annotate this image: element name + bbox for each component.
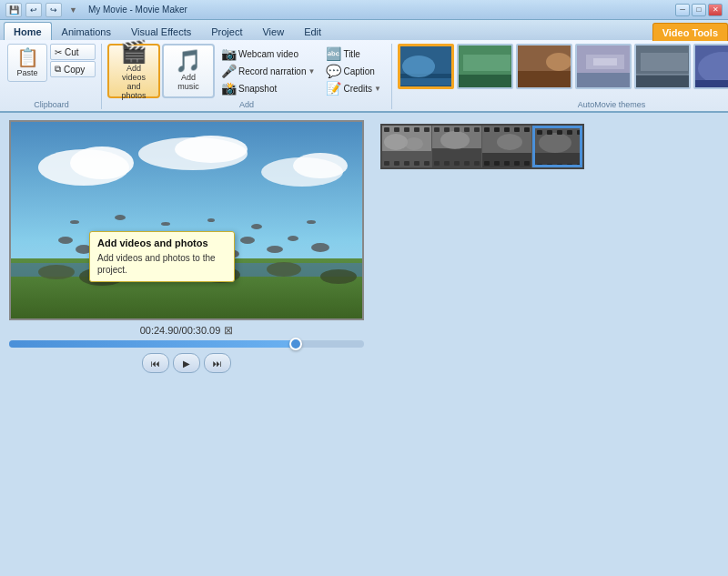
play-button[interactable]: ▶: [173, 353, 200, 373]
themes-scroll: [398, 44, 728, 89]
tab-video-tools[interactable]: Video Tools: [652, 23, 728, 41]
theme-thumb-2[interactable]: [457, 44, 513, 89]
timeline-strip: [380, 124, 721, 169]
svg-rect-103: [557, 130, 562, 135]
svg-point-34: [58, 237, 73, 244]
copy-button[interactable]: ⧉ Copy: [50, 61, 96, 77]
rewind-button[interactable]: ⏮: [142, 353, 169, 373]
preview-panel: Add videos and photos Add videos and pho…: [0, 113, 373, 576]
tab-visual-effects[interactable]: Visual Effects: [121, 22, 201, 40]
microphone-icon: 🎤: [221, 64, 237, 78]
theme-thumb-6[interactable]: [693, 44, 728, 89]
svg-point-42: [240, 237, 255, 244]
theme-thumb-3[interactable]: [516, 44, 572, 89]
theme-thumb-4[interactable]: [575, 44, 632, 89]
film-frame-3[interactable]: [482, 126, 532, 167]
maximize-btn[interactable]: □: [692, 4, 706, 16]
title-button[interactable]: 🔤 Title: [323, 45, 363, 62]
paste-button[interactable]: 📋 Paste: [7, 44, 47, 82]
quick-access-toolbar: 💾 ↩ ↪ ▼ My Movie - Movie Maker: [5, 3, 187, 17]
svg-point-31: [293, 153, 348, 178]
svg-rect-105: [577, 130, 582, 135]
film-frame-1[interactable]: [382, 126, 432, 167]
svg-rect-16: [641, 53, 688, 71]
copy-label: Copy: [64, 65, 85, 75]
svg-rect-104: [567, 130, 572, 135]
quick-undo-btn[interactable]: ↩: [25, 3, 42, 17]
title-icon: 🔤: [326, 46, 341, 61]
svg-rect-79: [474, 127, 480, 132]
tab-view[interactable]: View: [252, 22, 294, 40]
add-music-label: Add music: [177, 74, 199, 92]
svg-point-87: [497, 134, 522, 150]
theme-thumb-1[interactable]: [398, 44, 454, 89]
progress-fill: [9, 340, 293, 348]
minimize-btn[interactable]: ─: [675, 4, 690, 16]
main-content: Add videos and photos Add videos and pho…: [0, 113, 728, 576]
tab-animations[interactable]: Animations: [52, 22, 121, 40]
svg-rect-3: [400, 78, 454, 86]
progress-handle[interactable]: [289, 338, 302, 350]
webcam-icon: 📷: [221, 46, 237, 61]
svg-rect-108: [557, 164, 562, 167]
svg-rect-106: [537, 164, 542, 167]
forward-button[interactable]: ⏭: [204, 353, 231, 373]
add-music-button[interactable]: 🎵 Add music: [162, 44, 215, 98]
svg-point-48: [161, 222, 170, 226]
progress-bar[interactable]: [9, 340, 364, 348]
svg-rect-88: [484, 127, 490, 132]
credits-button[interactable]: 📝 Credits ▼: [323, 80, 384, 96]
add-videos-button[interactable]: 🎬 Add videos and photos: [107, 44, 160, 98]
credits-icon: 📝: [326, 81, 341, 96]
svg-rect-67: [384, 161, 389, 166]
svg-point-52: [38, 265, 75, 279]
svg-rect-101: [537, 130, 542, 135]
svg-rect-71: [424, 161, 430, 166]
clipboard-group-content: 📋 Paste ✂ Cut ⧉ Copy: [7, 44, 96, 98]
svg-rect-90: [504, 127, 510, 132]
film-frame-2[interactable]: [432, 126, 482, 167]
quick-redo-btn[interactable]: ↪: [46, 3, 62, 17]
svg-point-56: [267, 262, 301, 277]
webcam-video-label: Webcam video: [238, 49, 298, 59]
add-group-content: 🎬 Add videos and photos 🎵 Add music 📷 We…: [107, 44, 386, 98]
film-frame-4[interactable]: [532, 126, 582, 167]
automovie-group-label: AutoMovie themes: [398, 98, 728, 109]
svg-rect-66: [424, 127, 430, 132]
svg-rect-96: [514, 161, 520, 166]
snapshot-icon: 📸: [221, 81, 237, 96]
svg-rect-15: [636, 75, 691, 89]
cut-button[interactable]: ✂ Cut: [50, 44, 96, 60]
copy-icon: ⧉: [55, 64, 61, 75]
themes-content: ▼: [398, 44, 728, 98]
title-bar-text: My Movie - Movie Maker: [88, 5, 187, 15]
timeline-panel: [373, 113, 728, 576]
svg-rect-69: [404, 161, 410, 166]
svg-point-43: [267, 246, 283, 253]
theme-thumb-5[interactable]: [634, 44, 691, 89]
svg-rect-102: [547, 130, 552, 135]
add-group-label: Add: [107, 98, 386, 109]
record-narration-button[interactable]: 🎤 Record narration ▼: [218, 63, 318, 79]
video-preview: [9, 120, 364, 320]
svg-rect-13: [593, 58, 617, 66]
text-tools-buttons: 🔤 Title 💬 Caption 📝 Credits ▼: [321, 44, 386, 98]
tooltip-description: Add videos and photos to the project.: [97, 252, 227, 276]
svg-rect-93: [484, 161, 490, 166]
cut-label: Cut: [65, 47, 79, 57]
film-strip: [380, 124, 584, 169]
svg-point-29: [175, 136, 248, 163]
close-btn[interactable]: ✕: [708, 4, 723, 16]
svg-rect-84: [474, 161, 480, 166]
quick-save-btn[interactable]: 💾: [5, 3, 22, 17]
tab-project[interactable]: Project: [201, 22, 252, 40]
fullscreen-button[interactable]: ⊠: [224, 324, 233, 337]
svg-rect-65: [414, 127, 420, 132]
webcam-video-button[interactable]: 📷 Webcam video: [218, 45, 301, 62]
tab-edit[interactable]: Edit: [294, 22, 331, 40]
caption-button[interactable]: 💬 Caption: [323, 63, 377, 79]
svg-point-60: [384, 134, 408, 150]
timecode: 00:24.90/00:30.09: [140, 325, 221, 336]
tab-home[interactable]: Home: [4, 22, 52, 40]
snapshot-button[interactable]: 📸 Snapshot: [218, 80, 279, 96]
